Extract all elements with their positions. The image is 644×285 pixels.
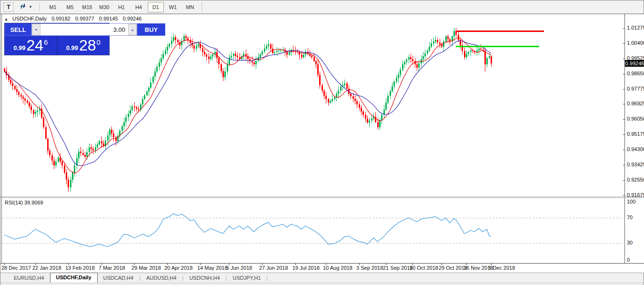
- price-axis-label: 0.97775: [627, 86, 644, 92]
- price-axis-label: 0.95175: [627, 131, 644, 137]
- date-axis-label: 14 May 2018: [197, 265, 228, 271]
- one-click-trade-panel: SELL ▼ ▲ BUY 0.99 24 6 0.99 28 0: [4, 23, 110, 55]
- sell-price-sup: 6: [44, 38, 48, 46]
- chart-tab-usdcad-h4[interactable]: USDCAD,H4: [98, 274, 140, 283]
- chart-client-area: ▲ USDCHF,Daily 0.99182 0.99377 0.99145 0…: [0, 14, 644, 273]
- timeframe-button-h4[interactable]: H4: [131, 2, 147, 12]
- rsi-axis-label: 0: [627, 257, 630, 263]
- chart-tab-eurusd-h4[interactable]: EURUSD,H4: [8, 274, 50, 283]
- timeframe-button-m1[interactable]: M1: [45, 2, 61, 12]
- date-axis-label: 5 Jun 2018: [226, 265, 252, 271]
- price-axis-label: 0.96925: [627, 101, 644, 106]
- buy-button[interactable]: BUY: [137, 23, 165, 36]
- price-axis-label: 1.01275: [627, 25, 644, 31]
- date-axis-label: 20 Apr 2018: [164, 265, 192, 271]
- date-axis-label: 21 Sep 2018: [383, 265, 413, 271]
- toolbar: T ▼ M1M5M15M30H1H4D1W1MN: [0, 0, 644, 14]
- sell-price[interactable]: 0.99 24 6: [5, 36, 57, 55]
- ohlc-close: 0.99246: [123, 16, 142, 21]
- buy-price[interactable]: 0.99 28 0: [58, 36, 110, 55]
- price-axis-label: 0.93425: [627, 162, 644, 167]
- date-axis-label: 19 Jul 2018: [292, 265, 320, 271]
- timeframe-button-m15[interactable]: M15: [79, 2, 95, 12]
- date-axis-label: 29 Mar 2018: [131, 265, 161, 271]
- toolbar-grip[interactable]: [39, 3, 41, 11]
- mt4-window: T ▼ M1M5M15M30H1H4D1W1MN ▲ USDCHF,Daily …: [0, 0, 644, 285]
- rsi-indicator-label: RSI(14) 39.9069: [5, 200, 43, 205]
- chart-tab-usdchf-daily[interactable]: USDCHF,Daily: [50, 273, 98, 283]
- chart-symbol-label: USDCHF,Daily: [12, 16, 47, 21]
- ma-slow-line: [4, 41, 491, 165]
- chart-tab-usdjpy-h1[interactable]: USDJPY,H1: [227, 274, 266, 283]
- ohlc-high: 0.99377: [75, 16, 94, 21]
- rsi-axis-label: 30: [627, 240, 633, 245]
- chevron-down-icon: ▼: [29, 5, 32, 9]
- chart-tab-audusd-h4[interactable]: AUDUSD,H4: [141, 274, 182, 283]
- chart-tab-bar: EURUSD,H4USDCHF,DailyUSDCAD,H4|AUDUSD,H4…: [0, 273, 644, 283]
- tab-divider: |: [267, 274, 268, 283]
- rsi-axis-label: 70: [627, 214, 633, 220]
- price-axis-label: 0.98650: [627, 71, 644, 76]
- rsi-axis-label: 100: [627, 199, 635, 204]
- buy-price-prefix: 0.99: [66, 44, 78, 51]
- volume-increase-button[interactable]: ▲: [128, 24, 137, 35]
- panel-collapse-icon[interactable]: ▲: [4, 17, 8, 21]
- chart-tab-usdcnh-h4[interactable]: USDCNH,H4: [183, 274, 225, 283]
- toolbar-separator: [201, 2, 202, 12]
- text-tool-button[interactable]: T: [3, 2, 14, 12]
- price-axis-label: 0.96050: [627, 116, 644, 122]
- date-axis-label: 27 Jun 2018: [259, 265, 288, 271]
- date-axis[interactable]: 28 Dec 201722 Jan 201813 Feb 20187 Mar 2…: [0, 264, 625, 273]
- price-axis[interactable]: 1.012751.004000.995250.986500.977750.969…: [625, 14, 644, 273]
- status-bar: [0, 283, 644, 285]
- volume-input[interactable]: [40, 24, 128, 35]
- date-axis-label: 13 Feb 2018: [65, 265, 95, 271]
- price-axis-label: 1.00400: [627, 40, 644, 46]
- timeframe-button-d1[interactable]: D1: [148, 2, 164, 12]
- timeframe-button-w1[interactable]: W1: [165, 2, 181, 12]
- date-axis-label: 10 Oct 2018: [410, 265, 438, 271]
- sell-price-prefix: 0.99: [13, 44, 25, 51]
- chart-title: ▲ USDCHF,Daily 0.99182 0.99377 0.99145 0…: [4, 16, 145, 21]
- price-axis-label: 0.91675: [627, 192, 644, 198]
- arrow-tool-button[interactable]: ▼: [18, 2, 34, 12]
- current-price-tag: 0.99246: [625, 60, 644, 67]
- sell-button[interactable]: SELL: [5, 23, 31, 36]
- timeframe-button-m5[interactable]: M5: [62, 2, 78, 12]
- ohlc-open: 0.99182: [51, 16, 70, 21]
- buy-price-big: 28: [79, 38, 96, 53]
- date-axis-label: 29 Oct 2018: [439, 265, 467, 271]
- rsi-line: [4, 214, 491, 246]
- price-axis-label: 0.94300: [627, 146, 644, 152]
- date-axis-label: 5 Dec 2018: [488, 265, 515, 271]
- timeframe-button-mn[interactable]: MN: [182, 2, 198, 12]
- sell-price-big: 24: [26, 38, 43, 53]
- timeframe-button-h1[interactable]: H1: [113, 2, 130, 12]
- date-axis-label: 10 Aug 2018: [323, 265, 352, 271]
- volume-decrease-button[interactable]: ▼: [32, 24, 40, 35]
- date-axis-label: 22 Jan 2018: [32, 265, 61, 271]
- ohlc-low: 0.99145: [99, 16, 118, 21]
- volume-stepper: ▼ ▲: [31, 23, 137, 36]
- date-axis-label: 28 Dec 2017: [1, 265, 31, 271]
- timeframe-group: M1M5M15M30H1H4D1W1MN: [44, 2, 199, 12]
- arrows-icon: [19, 2, 27, 12]
- timeframe-button-m30[interactable]: M30: [96, 2, 112, 12]
- date-axis-label: 7 Mar 2018: [99, 265, 125, 271]
- price-axis-label: 0.92550: [627, 177, 644, 183]
- date-axis-label: 3 Sep 2018: [356, 265, 383, 271]
- buy-price-sup: 0: [97, 38, 101, 46]
